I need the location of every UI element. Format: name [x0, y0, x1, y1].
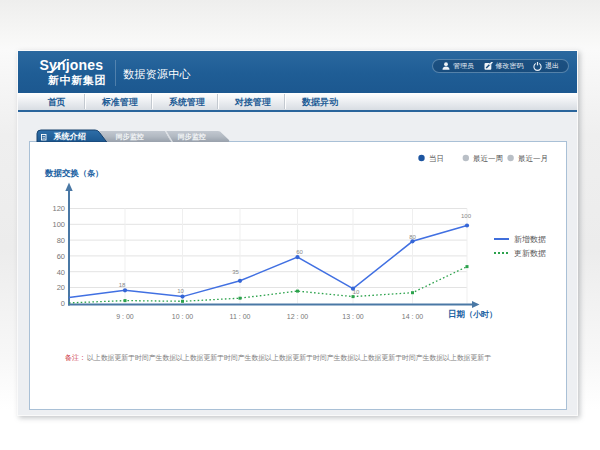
- svg-text:120: 120: [52, 204, 65, 213]
- svg-text:同步监控: 同步监控: [116, 133, 144, 141]
- svg-text:最近一月: 最近一月: [518, 154, 548, 163]
- svg-text:80: 80: [57, 236, 65, 245]
- svg-text:35: 35: [232, 269, 239, 275]
- svg-text:100: 100: [461, 213, 472, 219]
- svg-text:12 : 00: 12 : 00: [287, 313, 309, 320]
- svg-text:10: 10: [353, 289, 360, 295]
- svg-text:备注：: 备注：: [65, 353, 86, 362]
- svg-text:数据交换（条）: 数据交换（条）: [44, 168, 103, 178]
- svg-text:系统介绍: 系统介绍: [53, 131, 86, 141]
- svg-text:日期（小时）: 日期（小时）: [448, 309, 497, 319]
- svg-text:20: 20: [57, 283, 65, 292]
- svg-text:60: 60: [296, 249, 303, 255]
- svg-text:18: 18: [119, 282, 126, 288]
- svg-text:60: 60: [57, 252, 65, 261]
- svg-text:40: 40: [57, 268, 65, 277]
- svg-text:9 : 00: 9 : 00: [116, 313, 134, 320]
- svg-text:80: 80: [409, 234, 416, 240]
- svg-text:新增数据: 新增数据: [514, 235, 546, 244]
- svg-text:10: 10: [177, 288, 184, 294]
- svg-text:0: 0: [61, 299, 65, 308]
- svg-text:10 : 00: 10 : 00: [172, 313, 194, 320]
- svg-text:14 : 00: 14 : 00: [402, 313, 424, 320]
- svg-text:11 : 00: 11 : 00: [230, 313, 251, 320]
- svg-text:最近一周: 最近一周: [473, 154, 503, 163]
- svg-text:13 : 00: 13 : 00: [342, 313, 364, 320]
- svg-text:以上数据更新于时间产生数据以上数据更新于时间产生数据以上数据: 以上数据更新于时间产生数据以上数据更新于时间产生数据以上数据更新于时间产生数据以…: [87, 353, 491, 362]
- svg-text:同步监控: 同步监控: [178, 133, 206, 141]
- svg-text:更新数据: 更新数据: [514, 249, 546, 258]
- svg-text:当日: 当日: [429, 154, 444, 163]
- svg-text:100: 100: [52, 220, 65, 229]
